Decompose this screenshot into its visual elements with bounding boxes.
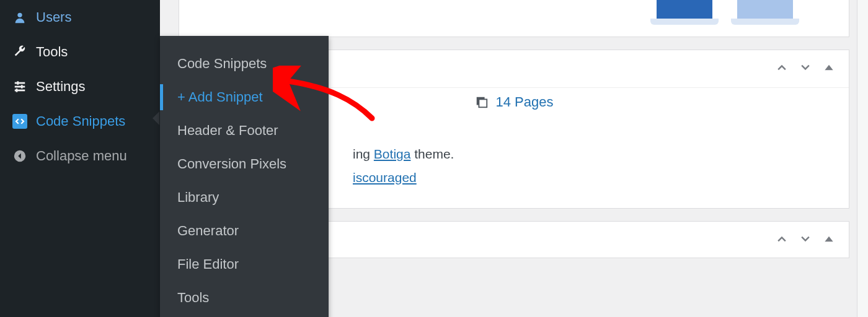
- sidebar-item-users[interactable]: Users: [0, 0, 160, 35]
- theme-text-suffix: theme.: [410, 147, 454, 161]
- svg-rect-4: [15, 86, 25, 88]
- flyout-item-file-editor[interactable]: File Editor: [160, 248, 329, 281]
- flyout-item-library[interactable]: Library: [160, 181, 329, 214]
- sidebar-item-label: Settings: [36, 79, 86, 95]
- code-icon: [12, 114, 27, 129]
- wrench-icon: [12, 45, 27, 59]
- admin-sidebar: Users Tools Settings Code Snippets Colla…: [0, 0, 160, 317]
- flyout-wedge: [153, 111, 159, 125]
- sidebar-item-label: Tools: [36, 44, 68, 60]
- flyout-item-generator[interactable]: Generator: [160, 214, 329, 248]
- flyout-item-conversion-pixels[interactable]: Conversion Pixels: [160, 147, 329, 181]
- sidebar-item-tools[interactable]: Tools: [0, 35, 160, 69]
- panel-up-icon[interactable]: [776, 61, 788, 76]
- sliders-icon: [12, 79, 27, 94]
- flyout-header[interactable]: Code Snippets: [160, 47, 329, 80]
- pages-count-link[interactable]: 14 Pages: [496, 94, 554, 110]
- code-snippets-flyout: Code Snippets + Add Snippet Header & Foo…: [160, 36, 329, 317]
- collapse-arrow-icon: [12, 149, 27, 163]
- svg-rect-6: [17, 81, 19, 85]
- svg-rect-7: [21, 85, 23, 89]
- sidebar-item-code-snippets[interactable]: Code Snippets: [0, 104, 160, 139]
- sidebar-collapse-button[interactable]: Collapse menu: [0, 139, 160, 173]
- panel-collapse-icon[interactable]: [823, 61, 835, 76]
- theme-text-prefix: ing: [353, 147, 374, 161]
- laptops-illustration: [650, 0, 812, 25]
- sidebar-item-label: Collapse menu: [36, 148, 127, 164]
- flyout-item-add-snippet[interactable]: + Add Snippet: [160, 80, 329, 114]
- panel-down-icon[interactable]: [799, 233, 812, 248]
- panel-up-icon[interactable]: [776, 233, 788, 248]
- discouraged-link[interactable]: iscouraged: [353, 170, 417, 185]
- pages-stack-icon: [475, 95, 489, 109]
- sidebar-item-settings[interactable]: Settings: [0, 69, 160, 104]
- svg-point-2: [17, 13, 22, 17]
- banner-panel: [179, 0, 849, 37]
- flyout-item-settings[interactable]: Settings: [160, 315, 329, 317]
- svg-rect-3: [15, 82, 25, 84]
- flyout-item-tools[interactable]: Tools: [160, 281, 329, 315]
- svg-rect-1: [479, 99, 487, 107]
- panel-down-icon[interactable]: [799, 61, 812, 76]
- theme-link[interactable]: Botiga: [374, 147, 411, 161]
- flyout-item-header-footer[interactable]: Header & Footer: [160, 114, 329, 147]
- right-gutter: [857, 0, 868, 317]
- sidebar-item-label: Code Snippets: [36, 113, 125, 129]
- panel-collapse-icon[interactable]: [823, 233, 835, 248]
- svg-rect-8: [16, 89, 18, 92]
- users-icon: [12, 10, 27, 25]
- sidebar-item-label: Users: [36, 9, 71, 25]
